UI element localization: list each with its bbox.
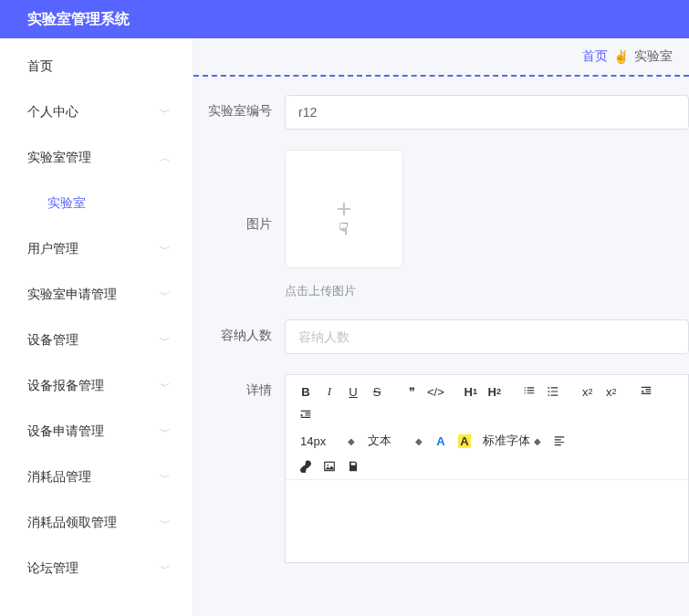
text-color-button[interactable]: A <box>430 430 452 452</box>
caret-icon: ◆ <box>348 436 355 446</box>
indent-decrease-button[interactable] <box>635 381 657 402</box>
breadcrumb-home[interactable]: 首页 <box>582 48 608 65</box>
align-button[interactable] <box>548 430 570 452</box>
form-row-capacity: 容纳人数 <box>193 319 689 354</box>
label-detail: 详情 <box>193 374 285 400</box>
list-ul-icon <box>547 385 559 398</box>
input-lab-no[interactable] <box>285 95 689 130</box>
block-format-select[interactable]: 文本 ◆ <box>362 430 428 452</box>
svg-point-1 <box>548 391 549 392</box>
editor-toolbar: B I U S ❞ </> H1 H2 <box>286 375 688 480</box>
sidebar-item-home[interactable]: 首页 <box>0 44 193 89</box>
sidebar-subitem-lab[interactable]: 实验室 <box>0 181 193 226</box>
chevron-down-icon: ﹀ <box>160 424 171 440</box>
sidebar-item-lab-apply[interactable]: 实验室申请管理 ﹀ <box>0 272 193 318</box>
plus-icon: + <box>337 194 351 224</box>
chevron-down-icon: ﹀ <box>160 287 171 303</box>
sidebar-item-label: 实验室 <box>47 195 86 212</box>
list-ol-icon <box>523 385 536 398</box>
breadcrumb-sep-icon: ✌ <box>613 49 629 64</box>
form-area: 实验室编号 图片 + ☟ 点击上传图片 容纳人数 <box>193 95 689 563</box>
editor-body[interactable] <box>286 480 688 562</box>
image-icon <box>323 460 336 473</box>
top-bar: 实验室管理系统 <box>0 0 689 38</box>
image-button[interactable] <box>318 455 340 477</box>
input-capacity[interactable] <box>285 319 689 354</box>
main-container: 首页 个人中心 ﹀ 实验室管理 ︿ 实验室 用户管理 ﹀ 实验室申请管理 ﹀ 设… <box>0 38 689 616</box>
bg-color-button[interactable]: A <box>454 430 475 452</box>
chevron-down-icon: ﹀ <box>160 516 171 531</box>
bg-color-icon: A <box>458 434 470 448</box>
h1-button[interactable]: H1 <box>460 381 482 402</box>
form-row-lab-no: 实验室编号 <box>193 95 689 130</box>
chevron-down-icon: ﹀ <box>160 470 171 485</box>
sidebar-item-consumable-take[interactable]: 消耗品领取管理 ﹀ <box>0 500 193 546</box>
chevron-down-icon: ﹀ <box>160 105 171 120</box>
sidebar-item-label: 设备申请管理 <box>27 423 104 440</box>
label-image: 图片 <box>193 215 285 234</box>
sidebar-item-label: 消耗品领取管理 <box>27 515 117 531</box>
unordered-list-button[interactable] <box>542 381 564 402</box>
italic-button[interactable]: I <box>318 381 340 402</box>
label-capacity: 容纳人数 <box>193 319 285 345</box>
sidebar-item-device-mgmt[interactable]: 设备管理 ﹀ <box>0 318 193 363</box>
sidebar-item-label: 个人中心 <box>27 104 78 120</box>
main-panel: 首页 ✌ 实验室 实验室编号 图片 + ☟ 点击上传图片 <box>193 38 689 616</box>
link-button[interactable] <box>295 455 317 477</box>
form-row-detail: 详情 B I U S ❞ </> H1 H2 <box>193 374 689 563</box>
svg-point-4 <box>327 465 329 466</box>
chevron-down-icon: ﹀ <box>160 561 171 577</box>
chevron-down-icon: ﹀ <box>160 333 171 349</box>
image-upload-box[interactable]: + ☟ <box>285 150 403 268</box>
sidebar-item-label: 首页 <box>27 58 53 75</box>
svg-point-2 <box>548 394 549 396</box>
caret-icon: ◆ <box>415 436 423 446</box>
bold-button[interactable]: B <box>295 381 317 402</box>
sidebar-item-label: 设备管理 <box>27 332 78 349</box>
code-button[interactable]: </> <box>424 381 447 402</box>
rich-text-editor: B I U S ❞ </> H1 H2 <box>285 374 689 563</box>
indent-dec-icon <box>640 385 652 398</box>
sidebar-item-label: 实验室申请管理 <box>27 287 117 303</box>
form-row-image: 图片 + ☟ 点击上传图片 <box>193 150 689 299</box>
indent-inc-icon <box>299 409 312 422</box>
sidebar-item-device-report[interactable]: 设备报备管理 ﹀ <box>0 363 193 409</box>
indent-increase-button[interactable] <box>295 404 317 426</box>
sidebar-item-forum-mgmt[interactable]: 论坛管理 ﹀ <box>0 546 193 591</box>
subscript-button[interactable]: x2 <box>577 381 599 402</box>
sidebar-item-user-mgmt[interactable]: 用户管理 ﹀ <box>0 226 193 272</box>
sidebar-item-personal[interactable]: 个人中心 ﹀ <box>0 89 193 135</box>
app-title: 实验室管理系统 <box>27 10 130 29</box>
chevron-down-icon: ﹀ <box>160 379 171 394</box>
chevron-up-icon: ︿ <box>160 151 171 166</box>
superscript-button[interactable]: x2 <box>600 381 622 402</box>
save-icon <box>347 460 360 473</box>
font-size-select[interactable]: 14px ◆ <box>295 430 360 452</box>
link-icon <box>299 460 312 473</box>
sidebar-item-lab-mgmt[interactable]: 实验室管理 ︿ <box>0 135 193 181</box>
h2-button[interactable]: H2 <box>484 381 506 402</box>
underline-button[interactable]: U <box>342 381 364 402</box>
chevron-down-icon: ﹀ <box>160 242 171 257</box>
save-button[interactable] <box>342 455 364 477</box>
caret-icon: ◆ <box>534 436 541 446</box>
label-lab-no: 实验室编号 <box>193 95 285 120</box>
align-icon <box>553 434 566 447</box>
ordered-list-button[interactable] <box>518 381 540 402</box>
sidebar-item-label: 用户管理 <box>27 241 78 257</box>
sidebar-item-label: 设备报备管理 <box>27 378 104 394</box>
svg-point-0 <box>548 387 549 389</box>
sidebar-item-label: 实验室管理 <box>27 150 91 166</box>
strike-button[interactable]: S <box>366 381 388 402</box>
quote-button[interactable]: ❞ <box>401 381 423 402</box>
font-family-select[interactable]: 标准字体 ◆ <box>477 430 547 452</box>
sidebar-item-label: 论坛管理 <box>27 560 78 577</box>
font-family-value: 标准字体 <box>483 433 530 449</box>
divider <box>193 75 689 77</box>
sidebar: 首页 个人中心 ﹀ 实验室管理 ︿ 实验室 用户管理 ﹀ 实验室申请管理 ﹀ 设… <box>0 38 193 616</box>
breadcrumb-current: 实验室 <box>634 48 673 65</box>
sidebar-item-consumable-mgmt[interactable]: 消耗品管理 ﹀ <box>0 454 193 500</box>
breadcrumb: 首页 ✌ 实验室 <box>193 38 689 75</box>
upload-hint: 点击上传图片 <box>285 283 689 299</box>
sidebar-item-device-apply[interactable]: 设备申请管理 ﹀ <box>0 409 193 454</box>
